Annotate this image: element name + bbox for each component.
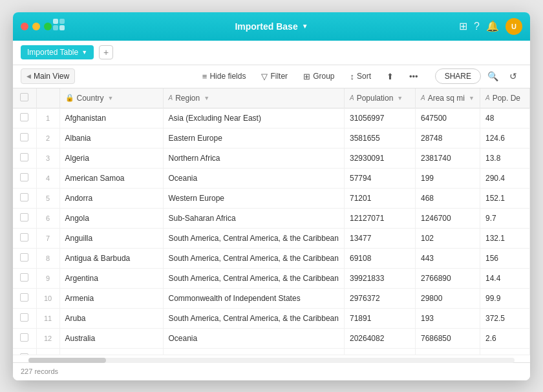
- region-type-icon: A: [169, 94, 173, 101]
- header-pop-density[interactable]: A Pop. De: [480, 88, 529, 108]
- row-pop-density: 372.5: [480, 308, 529, 328]
- row-country: Argentina: [59, 268, 163, 288]
- header-rownum: [36, 88, 59, 108]
- row-population: 32930091: [344, 148, 415, 168]
- col-country-label: Country: [77, 94, 104, 103]
- row-number: 6: [36, 208, 59, 228]
- row-area: 2381740: [415, 148, 480, 168]
- hide-fields-label: Hide fields: [209, 72, 246, 81]
- table-row: 4 American Samoa Oceania 57794 199 290.4: [13, 168, 530, 188]
- row-country: Austria: [59, 348, 163, 355]
- svg-rect-1: [59, 19, 65, 24]
- table-row: 11 Aruba South America, Central America,…: [13, 308, 530, 328]
- row-number: 10: [36, 288, 59, 308]
- row-population: 71891: [344, 308, 415, 328]
- share-button[interactable]: SHARE: [435, 68, 481, 84]
- row-region: South America, Central America, & the Ca…: [163, 248, 344, 268]
- table-container[interactable]: 🔒 Country ▼ A Region ▼: [13, 88, 530, 355]
- row-checkbox[interactable]: [20, 133, 28, 141]
- title-chevron-icon[interactable]: ▼: [302, 23, 308, 30]
- hide-fields-icon: ≡: [202, 72, 208, 81]
- row-checkbox[interactable]: [20, 353, 28, 355]
- row-region: South America, Central America, & the Ca…: [163, 308, 344, 328]
- row-population: 71201: [344, 188, 415, 208]
- header-checkbox-cell: [13, 88, 36, 108]
- imported-table-tab[interactable]: Imported Table ▼: [21, 45, 94, 59]
- row-checkbox[interactable]: [20, 333, 28, 342]
- row-checkbox[interactable]: [20, 293, 28, 302]
- avatar[interactable]: U: [506, 18, 522, 35]
- row-checkbox[interactable]: [20, 113, 28, 121]
- area-sort-icon[interactable]: ▼: [469, 95, 474, 101]
- filter-icon: ▽: [261, 72, 268, 81]
- grid-icon[interactable]: ⊞: [459, 20, 467, 32]
- row-number: 3: [36, 148, 59, 168]
- row-pop-density: 13.8: [480, 148, 529, 168]
- table-row: 1 Afghanistan Asia (Excluding Near East)…: [13, 108, 530, 128]
- row-checkbox[interactable]: [20, 233, 28, 242]
- row-area: 443: [415, 248, 480, 268]
- record-count: 227 records: [21, 367, 58, 375]
- data-table: 🔒 Country ▼ A Region ▼: [13, 88, 530, 355]
- row-number: 1: [36, 108, 59, 128]
- table-row: 10 Armenia Commonwealth of Independent S…: [13, 288, 530, 308]
- maximize-button[interactable]: [44, 23, 52, 30]
- region-sort-icon[interactable]: ▼: [204, 95, 209, 101]
- traffic-lights: [21, 23, 52, 30]
- group-button[interactable]: ⊞ Group: [297, 69, 341, 84]
- app-logo: [52, 17, 66, 35]
- row-checkbox[interactable]: [20, 153, 28, 161]
- row-checkbox[interactable]: [20, 273, 28, 282]
- row-area: 102: [415, 228, 480, 248]
- row-population: 31056997: [344, 108, 415, 128]
- scrollbar-thumb[interactable]: [28, 358, 106, 363]
- row-region: Oceania: [163, 328, 344, 348]
- scrollbar-area[interactable]: [13, 355, 530, 362]
- more-button[interactable]: •••: [403, 69, 425, 84]
- col-region-label: Region: [175, 94, 200, 103]
- row-checkbox[interactable]: [20, 253, 28, 262]
- tabbar: Imported Table ▼ +: [13, 41, 530, 65]
- col-population-label: Population: [357, 94, 394, 103]
- header-country[interactable]: 🔒 Country ▼: [59, 88, 163, 108]
- titlebar-center: Imported Base ▼: [235, 21, 308, 32]
- row-number: 11: [36, 308, 59, 328]
- col-pop-density-label: Pop. De: [493, 94, 520, 103]
- add-tab-button[interactable]: +: [99, 45, 113, 59]
- row-number: 12: [36, 328, 59, 348]
- row-pop-density: 14.4: [480, 268, 529, 288]
- row-checkbox[interactable]: [20, 313, 28, 322]
- table-row: 5 Andorra Western Europe 71201 468 152.1: [13, 188, 530, 208]
- close-button[interactable]: [21, 23, 28, 30]
- bell-icon[interactable]: 🔔: [486, 20, 499, 32]
- row-region: South America, Central America, & the Ca…: [163, 228, 344, 248]
- header-population[interactable]: A Population ▼: [344, 88, 415, 108]
- export-button[interactable]: ⬆: [380, 69, 400, 84]
- row-checkbox[interactable]: [20, 173, 28, 181]
- minimize-button[interactable]: [32, 23, 40, 30]
- filter-button[interactable]: ▽ Filter: [255, 69, 294, 84]
- row-checkbox-cell: [13, 208, 36, 228]
- search-button[interactable]: 🔍: [484, 67, 502, 85]
- row-checkbox-cell: [13, 248, 36, 268]
- header-area[interactable]: A Area sq mi ▼: [415, 88, 480, 108]
- view-selector[interactable]: ◀ Main View: [21, 68, 75, 84]
- row-country: Armenia: [59, 288, 163, 308]
- row-country: Andorra: [59, 188, 163, 208]
- help-icon[interactable]: ?: [474, 21, 480, 32]
- history-button[interactable]: ↺: [504, 67, 522, 85]
- select-all-checkbox[interactable]: [20, 93, 28, 101]
- row-number: 2: [36, 128, 59, 148]
- header-region[interactable]: A Region ▼: [163, 88, 344, 108]
- row-checkbox-cell: [13, 108, 36, 128]
- row-checkbox[interactable]: [20, 213, 28, 222]
- population-sort-icon[interactable]: ▼: [397, 95, 403, 101]
- hide-fields-button[interactable]: ≡ Hide fields: [196, 69, 253, 84]
- horizontal-scrollbar[interactable]: [28, 358, 515, 363]
- row-area: 2766890: [415, 268, 480, 288]
- row-checkbox[interactable]: [20, 193, 28, 201]
- country-sort-icon[interactable]: ▼: [108, 95, 114, 101]
- row-country: Algeria: [59, 148, 163, 168]
- sort-button[interactable]: ↕ Sort: [343, 69, 378, 84]
- view-arrow-icon: ◀: [27, 73, 31, 79]
